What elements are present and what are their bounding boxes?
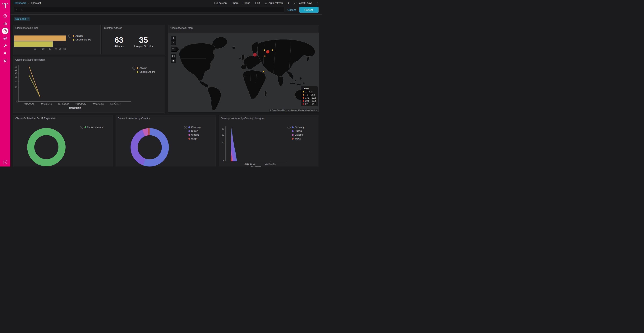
legend-dot-icon: [137, 71, 138, 73]
legend-item[interactable]: Russia: [292, 130, 304, 132]
legend-dot-icon: [303, 103, 304, 105]
telekom-logo[interactable]: [2, 2, 8, 9]
sidebar-item-management[interactable]: [2, 58, 8, 64]
y-tick-label: 10: [15, 86, 17, 88]
legend-item[interactable]: 7.6 – 14.2: [303, 94, 316, 96]
panel-glastopf-attack-map: Glastopf Attack Map: [168, 25, 319, 112]
panel-title: Glastopf Attacks Bar: [14, 25, 100, 31]
legend-dot-icon: [292, 138, 294, 140]
sidebar-item-timelion[interactable]: [2, 35, 8, 42]
bar-attacks[interactable]: [14, 36, 66, 41]
zoom-in-button[interactable]: +: [171, 36, 176, 40]
legend-dot-icon: [188, 126, 190, 128]
legend-dot-icon: [303, 91, 304, 93]
legend-dot-icon: [303, 94, 304, 96]
x-tick-label: 2018-09-02: [24, 103, 34, 105]
attack-location-dot[interactable]: [253, 53, 257, 57]
bar-unique-src-ips[interactable]: [14, 42, 53, 47]
legend-item[interactable]: Germany: [292, 126, 304, 129]
legend-label: 7.6 – 14.2: [305, 94, 315, 96]
legend-item[interactable]: known attacker: [84, 126, 103, 129]
legend-dot-icon: [303, 97, 304, 99]
legend-toggle-icon[interactable]: ›: [68, 35, 71, 38]
chart-legend: › known attacker: [80, 126, 103, 129]
draw-rectangle-button[interactable]: [171, 58, 176, 63]
attack-location-dot[interactable]: [266, 50, 270, 54]
legend-item[interactable]: Russia: [188, 130, 201, 132]
telekom-t-icon: [2, 2, 8, 8]
sidebar-item-visualize[interactable]: [2, 20, 8, 27]
y-tick-label: 0: [223, 160, 224, 162]
legend-toggle-icon[interactable]: ›: [288, 126, 290, 129]
world-map[interactable]: + −: [168, 33, 319, 112]
chart-legend: › AttacksUnique Src IPs: [132, 67, 155, 73]
legend-label: Unique Src IPs: [76, 38, 91, 41]
legend-item[interactable]: Egypt: [292, 137, 304, 140]
metric-attacks: 63 Attacks: [114, 36, 124, 48]
reputation-donut-chart[interactable]: [27, 128, 66, 166]
legend-item[interactable]: Germany: [188, 126, 201, 129]
legend-item[interactable]: Unique Src IPs: [73, 38, 91, 41]
collapse-sidebar-button[interactable]: »: [3, 160, 7, 164]
y-tick-label: 60: [15, 66, 17, 68]
axis-tick-label: 60: [62, 48, 67, 50]
kibana-dashboard-app: » Dashboard / Glastopf Full screen Share…: [0, 0, 322, 167]
legend-dot-icon: [188, 134, 190, 136]
legend-label: Egypt: [191, 137, 197, 140]
crop-icon: [172, 48, 175, 51]
timelion-icon: [3, 36, 7, 41]
axis-tick-label: 10: [32, 48, 37, 50]
y-tick-label: 40: [15, 72, 17, 74]
y-tick-label: 0: [16, 100, 17, 103]
legend-item[interactable]: 1 – 7.6: [303, 91, 316, 93]
chart-legend: › GermanyRussiaUkraineEgypt: [184, 126, 201, 140]
country-donut-chart[interactable]: [130, 128, 169, 167]
metric-value: 63: [114, 36, 124, 45]
legend-dot-icon: [188, 138, 190, 140]
legend-toggle-icon[interactable]: ›: [184, 126, 187, 129]
attack-location-dot[interactable]: [264, 56, 266, 57]
metric-label: Attacks: [114, 45, 124, 48]
x-tick-label: 2018-10-14: [76, 103, 86, 105]
panel-title: Glastopf Attacks: [102, 25, 165, 31]
fit-data-bounds-button[interactable]: [171, 47, 176, 52]
legend-item[interactable]: Ukraine: [292, 134, 304, 136]
legend-item[interactable]: Egypt: [188, 137, 201, 140]
y-tick-label: 30: [15, 76, 17, 78]
legend-toggle-icon[interactable]: ›: [132, 67, 135, 70]
legend-dot-icon: [292, 126, 294, 128]
legend-label: Ukraine: [191, 134, 199, 136]
map-legend-title: Count: [303, 88, 316, 90]
panel-title: Glastopf - Attacks by Country: [116, 115, 216, 121]
donut-hole: [34, 135, 58, 159]
x-tick-label: 2018-11-01: [265, 163, 276, 165]
legend-dot-icon: [73, 35, 74, 37]
panel-attacks-by-country: Glastopf - Attacks by Country › GermanyR…: [116, 115, 216, 167]
metric-label: Unique Src IPs: [134, 45, 153, 48]
attack-location-dot[interactable]: [263, 71, 264, 72]
legend-label: 20.8 – 27.4: [305, 100, 316, 102]
draw-polygon-button[interactable]: [171, 54, 176, 58]
legend-item[interactable]: 20.8 – 27.4: [303, 100, 316, 102]
legend-item[interactable]: 27.4 – 34: [303, 103, 316, 105]
wrench-icon: [3, 44, 7, 48]
legend-item[interactable]: Attacks: [73, 35, 91, 37]
legend-item[interactable]: Ukraine: [188, 134, 201, 136]
legend-item[interactable]: Attacks: [137, 67, 155, 70]
legend-label: Egypt: [295, 137, 301, 140]
sidebar-item-monitoring[interactable]: [2, 50, 8, 57]
sidebar-item-dev-tools[interactable]: [2, 43, 8, 49]
legend-item[interactable]: Unique Src IPs: [137, 71, 155, 73]
attack-location-dot[interactable]: [272, 49, 273, 51]
x-axis-title: Timestamp: [249, 166, 261, 167]
zoom-out-button[interactable]: −: [171, 40, 176, 45]
legend-toggle-icon[interactable]: ›: [80, 126, 83, 129]
panel-glastopf-attacks-bar: Glastopf Attacks Bar 102030405060 › Atta…: [13, 25, 100, 55]
attack-location-dot[interactable]: [264, 49, 265, 51]
sidebar-item-discover[interactable]: [2, 13, 8, 19]
panel-title: Glastopf Attack Map: [168, 25, 319, 31]
sidebar-item-dashboard[interactable]: [2, 28, 8, 34]
donut-hole: [138, 135, 162, 159]
continents: [172, 37, 316, 111]
legend-item[interactable]: 14.2 – 20.8: [303, 97, 316, 99]
